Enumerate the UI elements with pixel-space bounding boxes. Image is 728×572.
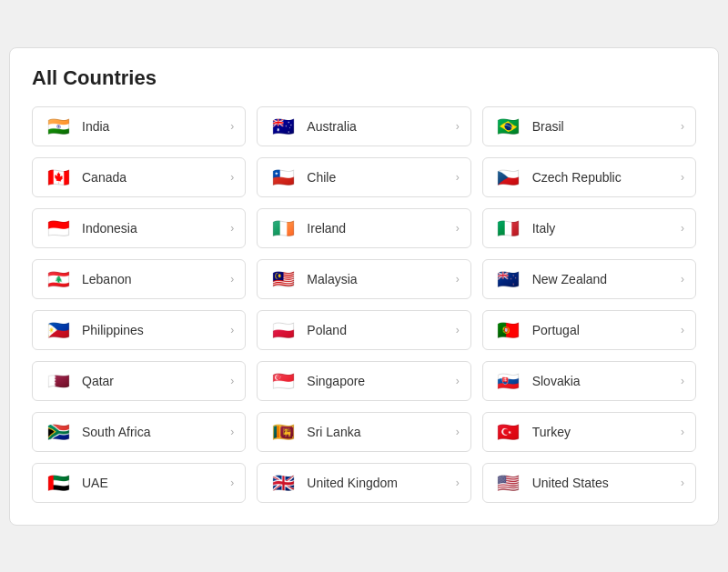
country-card-philippines[interactable]: 🇵🇭Philippines›	[32, 310, 246, 350]
country-left: 🇶🇦Qatar	[44, 371, 114, 391]
country-left: 🇲🇾Malaysia	[268, 269, 357, 289]
chevron-icon-indonesia: ›	[230, 222, 234, 235]
chevron-icon-uae: ›	[230, 477, 234, 489]
country-left: 🇸🇬Singapore	[268, 371, 365, 391]
country-card-lebanon[interactable]: 🇱🇧Lebanon›	[32, 259, 246, 299]
chevron-icon-south-africa: ›	[230, 426, 234, 438]
country-name-ireland: Ireland	[307, 221, 346, 236]
chevron-icon-poland: ›	[456, 324, 460, 336]
countries-container: All Countries 🇮🇳India›🇦🇺Australia›🇧🇷Bras…	[9, 47, 719, 526]
country-left: 🇮🇩Indonesia	[44, 218, 137, 238]
country-card-sri-lanka[interactable]: 🇱🇰Sri Lanka›	[257, 412, 470, 452]
country-card-canada[interactable]: 🇨🇦Canada›	[32, 157, 246, 197]
chevron-icon-czech-republic: ›	[681, 171, 684, 184]
flag-australia: 🇦🇺	[268, 116, 298, 136]
country-name-united-states: United States	[532, 476, 609, 490]
country-left: 🇱🇧Lebanon	[44, 269, 132, 289]
page-title: All Countries	[32, 66, 696, 90]
country-card-italy[interactable]: 🇮🇹Italy›	[482, 208, 696, 248]
country-name-singapore: Singapore	[307, 374, 365, 388]
country-card-uae[interactable]: 🇦🇪UAE›	[32, 463, 246, 503]
flag-italy: 🇮🇹	[494, 218, 523, 238]
flag-chile: 🇨🇱	[268, 167, 298, 187]
chevron-icon-ireland: ›	[456, 222, 460, 235]
country-name-new-zealand: New Zealand	[532, 272, 608, 286]
flag-slovakia: 🇸🇰	[494, 371, 523, 391]
country-card-south-africa[interactable]: 🇿🇦South Africa›	[32, 412, 246, 452]
country-name-uae: UAE	[82, 476, 108, 490]
flag-india: 🇮🇳	[44, 116, 73, 136]
country-card-portugal[interactable]: 🇵🇹Portugal›	[482, 310, 696, 350]
chevron-icon-italy: ›	[681, 222, 684, 235]
flag-portugal: 🇵🇹	[494, 320, 523, 340]
flag-poland: 🇵🇱	[268, 320, 298, 340]
country-card-new-zealand[interactable]: 🇳🇿New Zealand›	[482, 259, 696, 299]
flag-new-zealand: 🇳🇿	[494, 269, 523, 289]
country-left: 🇵🇹Portugal	[494, 320, 580, 340]
chevron-icon-new-zealand: ›	[681, 273, 684, 286]
country-card-ireland[interactable]: 🇮🇪Ireland›	[257, 208, 470, 248]
chevron-icon-australia: ›	[456, 120, 460, 133]
chevron-icon-brasil: ›	[681, 120, 684, 133]
country-card-united-kingdom[interactable]: 🇬🇧United Kingdom›	[257, 463, 470, 503]
country-left: 🇧🇷Brasil	[494, 116, 564, 136]
flag-malaysia: 🇲🇾	[268, 269, 298, 289]
country-left: 🇵🇱Poland	[268, 320, 347, 340]
country-left: 🇳🇿New Zealand	[494, 269, 608, 289]
country-card-qatar[interactable]: 🇶🇦Qatar›	[32, 361, 246, 401]
country-left: 🇵🇭Philippines	[44, 320, 144, 340]
country-left: 🇦🇺Australia	[268, 116, 356, 136]
flag-czech-republic: 🇨🇿	[494, 167, 523, 187]
flag-turkey: 🇹🇷	[494, 422, 523, 442]
chevron-icon-sri-lanka: ›	[456, 426, 460, 438]
chevron-icon-lebanon: ›	[230, 273, 234, 286]
country-card-malaysia[interactable]: 🇲🇾Malaysia›	[257, 259, 470, 299]
flag-brasil: 🇧🇷	[494, 116, 523, 136]
country-name-czech-republic: Czech Republic	[532, 170, 622, 185]
country-name-india: India	[82, 119, 109, 134]
country-name-indonesia: Indonesia	[82, 221, 137, 236]
country-name-brasil: Brasil	[532, 119, 564, 134]
country-card-slovakia[interactable]: 🇸🇰Slovakia›	[482, 361, 696, 401]
country-name-malaysia: Malaysia	[307, 272, 357, 286]
flag-lebanon: 🇱🇧	[44, 269, 73, 289]
country-left: 🇮🇪Ireland	[268, 218, 346, 238]
country-card-brasil[interactable]: 🇧🇷Brasil›	[482, 106, 696, 146]
country-left: 🇸🇰Slovakia	[494, 371, 581, 391]
flag-canada: 🇨🇦	[44, 167, 73, 187]
flag-indonesia: 🇮🇩	[44, 218, 73, 238]
country-name-chile: Chile	[307, 170, 336, 185]
flag-united-states: 🇺🇸	[494, 473, 523, 493]
country-card-chile[interactable]: 🇨🇱Chile›	[257, 157, 470, 197]
country-left: 🇬🇧United Kingdom	[268, 473, 398, 493]
country-card-indonesia[interactable]: 🇮🇩Indonesia›	[32, 208, 246, 248]
country-card-india[interactable]: 🇮🇳India›	[32, 106, 246, 146]
country-name-south-africa: South Africa	[82, 425, 151, 439]
chevron-icon-canada: ›	[230, 171, 234, 184]
flag-singapore: 🇸🇬	[268, 371, 298, 391]
country-card-czech-republic[interactable]: 🇨🇿Czech Republic›	[482, 157, 696, 197]
flag-south-africa: 🇿🇦	[44, 422, 73, 442]
country-name-turkey: Turkey	[532, 425, 571, 439]
country-left: 🇱🇰Sri Lanka	[268, 422, 360, 442]
country-card-poland[interactable]: 🇵🇱Poland›	[257, 310, 470, 350]
flag-qatar: 🇶🇦	[44, 371, 73, 391]
country-card-australia[interactable]: 🇦🇺Australia›	[257, 106, 470, 146]
countries-grid: 🇮🇳India›🇦🇺Australia›🇧🇷Brasil›🇨🇦Canada›🇨🇱…	[32, 106, 696, 503]
country-card-singapore[interactable]: 🇸🇬Singapore›	[257, 361, 470, 401]
country-card-united-states[interactable]: 🇺🇸United States›	[482, 463, 696, 503]
flag-sri-lanka: 🇱🇰	[268, 422, 298, 442]
chevron-icon-slovakia: ›	[681, 375, 684, 387]
country-name-lebanon: Lebanon	[82, 272, 132, 286]
flag-ireland: 🇮🇪	[268, 218, 298, 238]
country-name-canada: Canada	[82, 170, 126, 185]
chevron-icon-malaysia: ›	[456, 273, 460, 286]
country-left: 🇨🇱Chile	[268, 167, 336, 187]
country-card-turkey[interactable]: 🇹🇷Turkey›	[482, 412, 696, 452]
country-left: 🇮🇳India	[44, 116, 109, 136]
chevron-icon-india: ›	[230, 120, 234, 133]
country-left: 🇨🇿Czech Republic	[494, 167, 622, 187]
chevron-icon-united-states: ›	[681, 477, 684, 489]
country-left: 🇿🇦South Africa	[44, 422, 151, 442]
country-name-italy: Italy	[532, 221, 556, 236]
